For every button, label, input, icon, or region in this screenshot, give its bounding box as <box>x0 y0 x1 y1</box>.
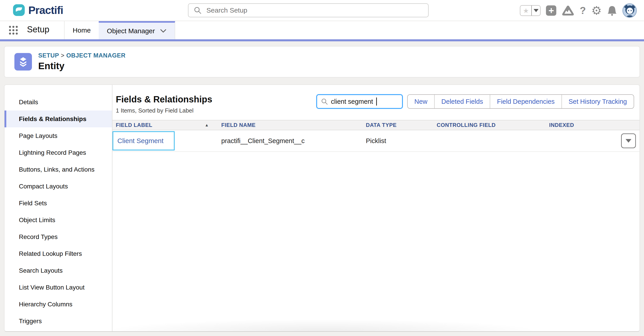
sidebar-item-object-limits[interactable]: Object Limits <box>4 212 112 228</box>
bottom-shadow <box>100 319 544 331</box>
row-actions-dropdown-button[interactable] <box>621 133 636 148</box>
setup-app-label: Setup <box>27 25 49 39</box>
sidebar-item-triggers[interactable]: Triggers <box>4 313 112 330</box>
breadcrumb-setup-link[interactable]: SETUP <box>38 52 59 59</box>
sidebar-item-field-sets[interactable]: Field Sets <box>4 195 112 212</box>
table-row: Client Segment practifi__Client_Segment_… <box>112 130 640 152</box>
fields-action-buttons: New Deleted Fields Field Dependencies Se… <box>407 94 634 109</box>
selected-cell-highlight: Client Segment <box>112 131 175 151</box>
column-header-data-type[interactable]: DATA TYPE <box>362 122 433 128</box>
object-layers-icon <box>14 53 32 71</box>
trailhead-icon[interactable] <box>562 5 574 16</box>
tab-object-manager[interactable]: Object Manager <box>99 21 175 39</box>
fields-title-block: Fields & Relationships 1 Items, Sorted b… <box>116 94 212 114</box>
fields-content-area: Fields & Relationships 1 Items, Sorted b… <box>112 85 640 331</box>
accent-divider-strip <box>0 39 644 41</box>
field-name-cell: practifi__Client_Segment__c <box>218 137 362 145</box>
chevron-down-icon <box>160 29 166 33</box>
fields-toolbar: Fields & Relationships 1 Items, Sorted b… <box>112 85 640 114</box>
page-title: Entity <box>38 61 126 71</box>
sort-ascending-icon: ▲ <box>205 123 209 128</box>
column-header-controlling-field[interactable]: CONTROLLING FIELD <box>433 122 546 128</box>
fields-search-input[interactable]: client segment <box>331 98 373 105</box>
fields-item-count: 1 Items, Sorted by Field Label <box>116 107 212 114</box>
object-manager-main-card: Details Fields & Relationships Page Layo… <box>4 84 640 332</box>
quick-create-plus-icon[interactable]: + <box>546 5 556 16</box>
breadcrumb-separator: > <box>59 52 66 59</box>
practifi-logo[interactable]: Practifi <box>12 4 63 16</box>
field-label-cell: Client Segment <box>112 131 218 151</box>
set-history-tracking-button[interactable]: Set History Tracking <box>562 95 634 108</box>
column-header-field-label[interactable]: FIELD LABEL ▲ <box>112 122 218 128</box>
help-icon[interactable]: ? <box>580 5 586 16</box>
sidebar-item-details[interactable]: Details <box>4 94 112 111</box>
sidebar-item-related-lookup-filters[interactable]: Related Lookup Filters <box>4 245 112 262</box>
column-header-field-name[interactable]: FIELD NAME <box>218 122 362 128</box>
search-icon <box>321 98 328 105</box>
sidebar-item-list-view-button-layout[interactable]: List View Button Layout <box>4 279 112 296</box>
data-type-cell: Picklist <box>362 137 433 145</box>
search-icon <box>194 6 202 14</box>
sidebar-item-record-types[interactable]: Record Types <box>4 228 112 245</box>
new-button[interactable]: New <box>408 95 434 108</box>
brand-name: Practifi <box>28 4 63 16</box>
sidebar-item-search-layouts[interactable]: Search Layouts <box>4 262 112 279</box>
setup-search-box[interactable] <box>188 3 428 17</box>
practifi-logo-icon <box>12 4 25 16</box>
app-launcher-waffle-icon[interactable] <box>9 26 18 34</box>
setup-search-input[interactable] <box>206 6 428 14</box>
notifications-bell-icon[interactable] <box>607 5 617 16</box>
fields-table-header: FIELD LABEL ▲ FIELD NAME DATA TYPE CONTR… <box>112 120 640 130</box>
setup-nav-bar: Setup Home Object Manager <box>0 21 644 39</box>
favorites-caret-icon[interactable] <box>531 5 540 15</box>
sidebar-item-page-layouts[interactable]: Page Layouts <box>4 127 112 144</box>
object-header-card: SETUP>OBJECT MANAGER Entity <box>4 46 640 77</box>
sidebar-item-compact-layouts[interactable]: Compact Layouts <box>4 178 112 195</box>
client-segment-link[interactable]: Client Segment <box>118 137 164 145</box>
favorites-star-icon[interactable]: ★ <box>520 5 531 15</box>
header-utility-icons: ★ + ? ⚙ <box>520 0 637 21</box>
tab-home[interactable]: Home <box>64 21 99 39</box>
breadcrumb: SETUP>OBJECT MANAGER <box>38 52 126 59</box>
setup-tabs: Home Object Manager <box>64 21 175 39</box>
object-header-text: SETUP>OBJECT MANAGER Entity <box>38 52 126 71</box>
fields-section-title: Fields & Relationships <box>116 94 212 104</box>
global-header: Practifi ★ + ? ⚙ <box>0 0 644 21</box>
text-cursor <box>376 97 377 106</box>
fields-search-box[interactable]: client segment <box>316 94 403 109</box>
dropdown-triangle-icon <box>626 139 632 143</box>
field-dependencies-button[interactable]: Field Dependencies <box>490 95 561 108</box>
sidebar-item-buttons-links-actions[interactable]: Buttons, Links, and Actions <box>4 161 112 178</box>
sidebar-item-lightning-record-pages[interactable]: Lightning Record Pages <box>4 144 112 161</box>
sidebar-item-fields-relationships[interactable]: Fields & Relationships <box>4 111 112 127</box>
setup-gear-icon[interactable]: ⚙ <box>591 5 602 16</box>
deleted-fields-button[interactable]: Deleted Fields <box>434 95 490 108</box>
breadcrumb-object-manager-link[interactable]: OBJECT MANAGER <box>66 52 126 59</box>
object-settings-sidebar: Details Fields & Relationships Page Layo… <box>4 85 112 331</box>
sidebar-item-hierarchy-columns[interactable]: Hierarchy Columns <box>4 296 112 313</box>
favorites-control[interactable]: ★ <box>520 5 540 16</box>
column-header-indexed[interactable]: INDEXED <box>546 122 640 128</box>
user-avatar[interactable] <box>622 3 637 18</box>
